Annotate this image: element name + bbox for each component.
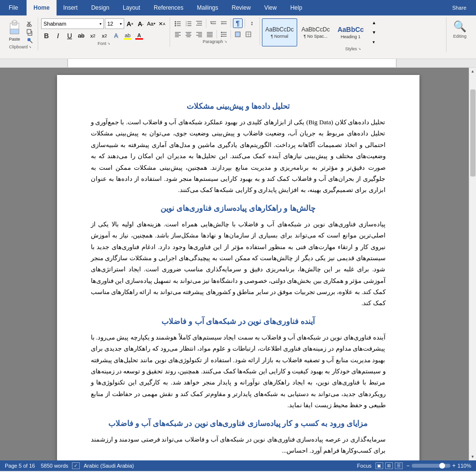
scroll-down-button[interactable]: ▼ [469, 453, 476, 460]
highlight-button[interactable]: ab [122, 30, 133, 41]
decrease-indent-icon [210, 20, 216, 27]
align-center-button[interactable] [184, 30, 193, 39]
tab-view[interactable]: View [258, 0, 284, 15]
decrease-font-button[interactable]: A- [136, 19, 145, 29]
print-layout-button[interactable]: ▣ [375, 462, 383, 469]
numbering-button[interactable]: 1. 2. 3. [184, 18, 193, 28]
svg-marker-32 [221, 23, 222, 24]
multilevel-list-button[interactable] [194, 18, 204, 28]
align-right-button[interactable] [194, 30, 204, 39]
shading-icon [234, 31, 241, 38]
font-name-dropdown[interactable]: Shabnam ▾ [41, 18, 104, 29]
superscript-button[interactable]: x2 [99, 30, 110, 41]
bullets-icon [174, 20, 181, 27]
tab-references[interactable]: References [147, 0, 190, 15]
font-color-button[interactable]: A [134, 30, 144, 41]
italic-button[interactable]: I [53, 30, 63, 41]
copy-button[interactable] [25, 29, 35, 36]
style-nospace-preview: AaBbCcDc [302, 26, 330, 33]
svg-rect-1 [10, 29, 19, 34]
change-case-button[interactable]: Aa▾ [146, 19, 156, 29]
styles-label[interactable]: Styles ↘ [262, 46, 444, 51]
toolbar: Paste [0, 15, 476, 59]
style-heading1[interactable]: AaBbCc Heading 1 [334, 18, 367, 46]
paste-button[interactable]: Paste [6, 18, 23, 42]
scroll-track[interactable] [469, 75, 476, 453]
highlight-icon: ab [125, 32, 130, 38]
paragraph-group: 1. 2. 3. [170, 17, 260, 45]
borders-button[interactable] [244, 30, 253, 39]
paragraph-1: تحلیل داده‌های کلان (Big Data) یکی از اب… [91, 117, 386, 196]
focus-label[interactable]: Focus [357, 463, 372, 469]
svg-marker-53 [221, 35, 222, 37]
strikethrough-button[interactable]: ab [76, 30, 87, 41]
tab-mailings[interactable]: Mailings [190, 0, 225, 15]
tab-help[interactable]: Help [284, 0, 309, 15]
word-count: 5850 words [41, 463, 68, 469]
highlight-color-bar [124, 38, 131, 40]
svg-point-12 [175, 21, 176, 23]
clipboard-label[interactable]: Clipboard ↘ [9, 44, 32, 49]
increase-indent-icon [220, 20, 227, 27]
decrease-indent-button[interactable] [208, 18, 218, 28]
tab-insert[interactable]: Insert [57, 0, 85, 15]
zoom-in-button[interactable]: + [452, 462, 456, 469]
increase-indent-button[interactable] [219, 18, 229, 28]
tab-layout[interactable]: Layout [116, 0, 147, 15]
increase-font-button[interactable]: A+ [125, 19, 135, 29]
style-no-spacing[interactable]: AaBbCcDc ¶ No Spac... [298, 18, 333, 46]
tab-design[interactable]: Design [85, 0, 116, 15]
styles-expand-icon: ↘ [358, 47, 361, 51]
style-normal[interactable]: AaBbCcDc ¶ Normal [262, 18, 297, 46]
web-layout-button[interactable]: ⊞ [385, 462, 393, 469]
svg-marker-29 [210, 23, 212, 24]
scroll-up-button[interactable]: ▲ [469, 68, 476, 75]
justify-button[interactable] [205, 30, 215, 39]
ruler [0, 59, 476, 68]
tab-review[interactable]: Review [225, 0, 257, 15]
styles-scroll-down[interactable]: ▼ [369, 28, 379, 37]
font-label[interactable]: Font ↘ [41, 41, 167, 46]
section-title-2: چالش‌ها و راهکارهای پیاده‌سازی فناوری‌ها… [91, 204, 386, 213]
styles-scroll-up[interactable]: ▲ [369, 18, 379, 27]
bullets-button[interactable] [173, 18, 183, 28]
proofing-icon[interactable]: ✓ [72, 462, 80, 469]
paragraph-3: آینده فناوری‌های نوین در شبکه‌های آب و ف… [91, 332, 386, 411]
share-button[interactable]: Share [447, 2, 472, 13]
borders-icon [245, 31, 252, 38]
document-scroll[interactable]: تحلیل داده‌ها و پیش‌بینی مشکلات تحلیل دا… [7, 68, 469, 460]
svg-line-11 [30, 41, 32, 43]
style-h1-preview: AaBbCc [337, 26, 363, 33]
styles-more[interactable]: ▾ [369, 38, 379, 46]
zoom-slider[interactable] [412, 464, 450, 468]
scroll-thumb[interactable] [470, 89, 476, 177]
align-left-button[interactable] [173, 30, 183, 39]
font-expand-icon: ↘ [107, 42, 110, 45]
style-normal-preview: AaBbCcDc [265, 26, 294, 33]
clear-format-button[interactable]: ✕A [157, 19, 167, 29]
tab-file[interactable]: File [0, 0, 27, 15]
subscript-button[interactable]: x2 [87, 30, 98, 41]
read-mode-button[interactable]: ☰ [395, 462, 403, 469]
svg-point-14 [175, 23, 176, 25]
format-painter-button[interactable] [25, 37, 35, 44]
numbering-icon: 1. 2. 3. [185, 20, 192, 27]
paragraph-label[interactable]: Paragraph ↘ [173, 39, 257, 44]
bold-button[interactable]: B [41, 30, 52, 41]
clipboard-group: Paste [3, 17, 38, 50]
line-spacing-button[interactable] [219, 30, 229, 39]
show-formatting-button[interactable]: ¶ [233, 18, 243, 28]
sort-button[interactable]: ↕ [247, 18, 257, 28]
cut-button[interactable] [25, 20, 35, 28]
page-number: Page 5 of 16 [5, 463, 35, 469]
zoom-out-button[interactable]: − [406, 462, 410, 469]
shading-button[interactable] [233, 30, 243, 39]
align-right-icon [196, 31, 202, 38]
font-size-dropdown[interactable]: 12 ▾ [105, 18, 124, 29]
search-icon[interactable]: 🔍 [453, 20, 466, 33]
text-effects-button[interactable]: A [111, 30, 121, 41]
para-separator-1 [206, 19, 206, 28]
underline-button[interactable]: U [64, 30, 75, 41]
tab-home[interactable]: Home [27, 0, 56, 15]
clipboard-expand-icon: ↘ [29, 45, 31, 49]
